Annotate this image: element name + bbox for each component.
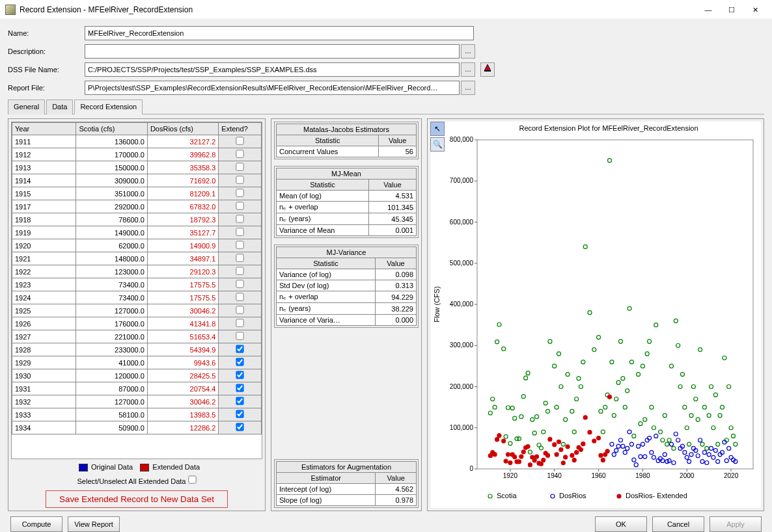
extend-checkbox[interactable] [236,306,243,313]
table-row[interactable]: 1914309000.071692.0 [12,174,262,187]
chart[interactable]: Record Extension Plot for MFEelRiver_Rec… [430,122,761,508]
table-row[interactable]: 1928233000.054394.9 [12,343,262,356]
plot-icon-button[interactable] [480,62,495,77]
extend-checkbox[interactable] [236,189,243,196]
svg-point-144 [621,444,625,448]
svg-point-84 [610,360,614,364]
table-row[interactable]: 1926176000.041341.8 [12,317,262,330]
svg-point-83 [608,159,612,163]
extend-checkbox[interactable] [236,150,243,157]
extend-checkbox[interactable] [236,423,243,431]
mj-estimators-table: Matalas-Jacobs Estimators StatisticValue… [276,124,417,157]
extend-checkbox[interactable] [236,384,243,392]
extend-checkbox[interactable] [236,267,243,274]
extend-checkbox[interactable] [236,410,243,418]
table-row[interactable]: 1927221000.051653.4 [12,330,262,343]
ok-button[interactable]: OK [595,516,647,532]
svg-point-70 [572,430,576,434]
svg-text:800,000: 800,000 [450,136,474,143]
tab-general[interactable]: General [8,100,45,114]
extend-checkbox[interactable] [236,319,243,326]
svg-point-141 [614,449,618,453]
view-report-button[interactable]: View Report [68,516,120,532]
name-input[interactable] [85,26,474,40]
zoom-tool[interactable]: 🔍 [430,137,445,152]
svg-text:1960: 1960 [591,472,606,479]
col-extend[interactable]: Extend? [219,123,262,135]
svg-point-243 [605,449,609,453]
svg-point-48 [519,415,523,419]
svg-point-58 [542,430,545,434]
svg-point-203 [506,453,510,457]
table-row[interactable]: 1932127000.030046.2 [12,395,262,408]
table-row[interactable]: 1921148000.034897.1 [12,252,262,265]
table-row[interactable]: 1911136000.032127.2 [12,135,262,148]
description-input[interactable] [85,44,460,59]
svg-point-192 [727,446,731,450]
select-all-checkbox[interactable] [188,475,196,483]
svg-point-76 [588,311,592,315]
table-row[interactable]: 193358100.013983.5 [12,408,262,421]
select-all-label: Select/Unselect All Extended Data [77,477,186,485]
extend-checkbox[interactable] [236,137,243,144]
svg-point-148 [629,442,633,446]
table-row[interactable]: 1915351000.081209.1 [12,187,262,200]
table-row[interactable]: 192941000.09943.6 [12,356,262,369]
extend-checkbox[interactable] [236,293,243,300]
table-row[interactable]: 1919149000.035127.7 [12,226,262,239]
svg-point-125 [705,446,709,450]
tab-data[interactable]: Data [46,100,73,114]
extend-checkbox[interactable] [236,163,243,170]
extend-checkbox[interactable] [236,332,243,339]
dss-file-input[interactable] [85,62,460,77]
col-scotia[interactable]: Scotia (cfs) [76,123,147,135]
maximize-button[interactable]: ☐ [720,2,743,18]
extend-checkbox[interactable] [236,241,243,248]
table-row[interactable]: 1917292000.067832.0 [12,200,262,213]
svg-point-108 [667,438,671,442]
svg-text:DosRios: DosRios [559,492,586,499]
extend-checkbox[interactable] [236,345,243,352]
extend-checkbox[interactable] [236,358,243,366]
report-browse-button[interactable]: … [461,81,475,95]
compute-button[interactable]: Compute [10,516,62,532]
table-row[interactable]: 192373400.017575.5 [12,278,262,291]
col-dosrios[interactable]: DosRios (cfs) [147,123,218,135]
svg-point-157 [650,451,654,455]
table-row[interactable]: 193450900.012286.2 [12,421,262,434]
table-row[interactable]: 191878600.018792.3 [12,213,262,226]
description-browse-button[interactable]: … [461,44,475,59]
table-row[interactable]: 1922123000.029120.3 [12,265,262,278]
data-table-scroll[interactable]: Year Scotia (cfs) DosRios (cfs) Extend? … [11,122,262,459]
extend-checkbox[interactable] [236,202,243,209]
dss-browse-button[interactable]: … [461,62,475,77]
extend-checkbox[interactable] [236,371,243,379]
svg-text:2020: 2020 [724,472,739,479]
close-button[interactable]: ✕ [743,2,767,18]
table-row[interactable]: 1930120000.028425.5 [12,369,262,382]
table-row[interactable]: 193187000.020754.4 [12,382,262,395]
svg-point-174 [687,460,691,464]
cancel-button[interactable]: Cancel [652,516,704,532]
svg-point-49 [521,395,525,399]
extend-checkbox[interactable] [236,397,243,405]
extend-checkbox[interactable] [236,215,243,222]
table-row[interactable]: 192473400.017575.5 [12,291,262,304]
extend-checkbox[interactable] [236,280,243,287]
table-row[interactable]: 1912170000.039962.8 [12,148,262,161]
extend-checkbox[interactable] [236,254,243,261]
apply-button[interactable]: Apply [710,516,762,532]
extend-checkbox[interactable] [236,228,243,235]
table-row[interactable]: 1925127000.030046.2 [12,304,262,317]
col-year[interactable]: Year [12,123,76,135]
report-file-input[interactable] [85,81,460,95]
table-row[interactable]: 1913150000.035358.3 [12,161,262,174]
minimize-button[interactable]: — [696,2,720,18]
extend-checkbox[interactable] [236,176,243,183]
svg-point-184 [710,446,713,450]
tab-record-extension[interactable]: Record Extension [74,100,143,114]
table-row[interactable]: 192062000.014900.9 [12,239,262,252]
save-extended-button[interactable]: Save Extended Record to New Data Set [46,490,228,508]
svg-point-130 [716,442,720,446]
pointer-tool[interactable]: ↖ [430,122,445,136]
